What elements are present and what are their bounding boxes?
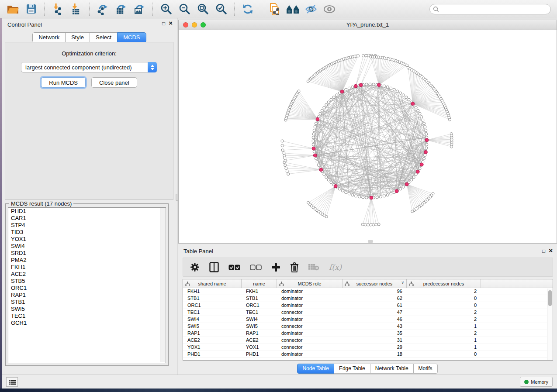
mcds-hub-node[interactable] [424,151,428,154]
network-node[interactable] [323,173,325,175]
column-layout-button[interactable] [209,262,219,272]
satellite-node[interactable] [375,223,377,226]
column-header[interactable]: shared name [183,279,242,288]
network-node[interactable] [390,193,392,195]
result-list-item[interactable]: ACE2 [8,271,166,278]
network-node[interactable] [383,85,385,87]
network-node[interactable] [330,181,332,184]
network-node[interactable] [372,83,375,86]
network-node[interactable] [348,193,350,195]
canvas-scrollbar-nub[interactable] [368,240,373,243]
network-node[interactable] [379,196,382,198]
network-node[interactable] [315,157,317,160]
network-node[interactable] [402,186,405,188]
network-node[interactable] [313,150,315,153]
network-graph[interactable] [179,30,557,243]
network-node[interactable] [317,164,320,166]
add-column-button[interactable] [271,263,280,272]
open-file-button[interactable] [5,2,21,17]
network-node[interactable] [399,188,402,190]
satellite-node[interactable] [406,64,408,66]
network-node[interactable] [425,147,428,149]
criterion-dropdown[interactable]: largest connected component (undirected) [21,62,157,72]
run-mcds-button[interactable]: Run MCDS [41,77,86,88]
network-node[interactable] [420,116,423,118]
import-network-button[interactable] [50,2,66,17]
network-node[interactable] [351,86,354,88]
mcds-hub-node[interactable] [411,102,415,106]
network-canvas[interactable] [179,30,557,243]
mcds-hub-node[interactable] [370,196,373,199]
result-list-item[interactable]: GCR1 [8,320,166,327]
network-node[interactable] [325,103,328,106]
satellite-node[interactable] [283,154,286,157]
column-header[interactable]: name [242,279,277,288]
search-box[interactable] [429,4,551,14]
mcds-hub-node[interactable] [420,163,423,166]
satellite-node[interactable] [377,223,380,226]
mcds-hub-node[interactable] [312,147,315,150]
satellite-node[interactable] [307,201,309,204]
network-node[interactable] [325,176,328,179]
network-node[interactable] [338,188,341,190]
column-header[interactable]: MCDS role [277,279,343,288]
network-node[interactable] [365,83,368,86]
network-node[interactable] [405,96,408,99]
mcds-hub-node[interactable] [425,138,429,142]
tab-motifs[interactable]: Motifs [413,364,438,374]
table-settings-button[interactable] [190,262,200,272]
network-node[interactable] [422,119,424,121]
mcds-hub-node[interactable] [334,185,337,188]
network-node[interactable] [312,140,315,142]
result-list-item[interactable]: STP4 [8,222,166,229]
result-list-item[interactable]: TID3 [8,229,166,236]
zoom-out-button[interactable] [176,2,192,17]
zoom-fit-button[interactable] [195,2,211,17]
network-node[interactable] [396,90,399,93]
satellite-node[interactable] [367,224,369,226]
memory-button[interactable]: Memory [520,377,553,387]
network-node[interactable] [425,129,427,132]
network-node[interactable] [332,96,335,99]
table-row[interactable]: SWI4SWI4dominator462 [183,316,553,323]
network-node[interactable] [362,196,364,199]
satellite-node[interactable] [284,164,287,167]
table-row[interactable]: ORC1ORC1dominator610 [183,302,553,309]
mcds-hub-node[interactable] [354,84,357,88]
column-header[interactable]: successor nodes∨ [343,279,407,288]
network-node[interactable] [423,157,426,160]
tab-node-table[interactable]: Node Table [297,364,334,374]
network-node[interactable] [365,196,368,199]
network-node[interactable] [321,109,323,112]
close-window-icon[interactable] [183,22,188,28]
zoom-selected-button[interactable] [213,2,229,17]
satellite-node[interactable] [364,224,367,226]
maximize-window-icon[interactable] [201,22,206,28]
result-list-item[interactable]: FKH1 [8,264,166,271]
network-node[interactable] [426,143,428,146]
network-node[interactable] [315,122,317,125]
close-panel-icon[interactable]: × [549,248,553,254]
network-node[interactable] [386,86,389,88]
close-panel-icon[interactable]: × [169,21,173,27]
result-list-item[interactable]: SWI4 [8,243,166,250]
result-list-item[interactable]: CAR1 [8,215,166,222]
search-input[interactable] [439,6,550,12]
network-node[interactable] [314,126,316,128]
deselect-all-columns-button[interactable] [250,265,262,270]
satellite-node[interactable] [362,55,365,57]
satellite-node[interactable] [281,144,284,147]
column-header[interactable]: predecessor nodes [407,279,481,288]
network-node[interactable] [319,112,322,115]
mcds-hub-node[interactable] [319,168,323,172]
save-session-button[interactable] [23,2,39,17]
network-node[interactable] [390,87,392,89]
network-node[interactable] [312,136,315,139]
network-node[interactable] [417,109,419,112]
panel-list-button[interactable] [6,377,18,387]
network-node[interactable] [335,94,338,96]
tab-edge-table[interactable]: Edge Table [334,364,370,374]
satellite-node[interactable] [370,224,372,226]
mcds-hub-node[interactable] [316,117,319,121]
satellite-node[interactable] [298,90,300,93]
